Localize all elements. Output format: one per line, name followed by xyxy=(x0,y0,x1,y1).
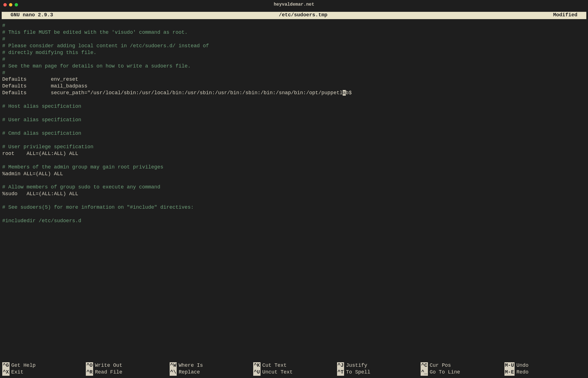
shortcut-label: Redo xyxy=(516,369,528,376)
editor-line: # This file MUST be edited with the 'vis… xyxy=(2,29,586,36)
nano-status: Modified xyxy=(553,12,583,19)
minimize-window-button[interactable] xyxy=(9,3,12,6)
editor-line: # User alias specification xyxy=(2,117,586,123)
editor-line xyxy=(2,96,586,103)
editor-line: #includedir /etc/sudoers.d xyxy=(2,218,586,224)
shortcut-item[interactable]: M-ERedo xyxy=(504,369,586,376)
shortcut-label: Read File xyxy=(95,369,122,376)
terminal-window: heyvaldemar.net GNU nano 2.9.3 /etc/sudo… xyxy=(0,0,588,378)
editor-line: # xyxy=(2,56,586,63)
shortcut-key: ^U xyxy=(253,369,261,376)
shortcut-label: Exit xyxy=(11,369,23,376)
shortcut-key: ^_ xyxy=(421,369,428,376)
shortcut-key: ^T xyxy=(337,369,344,376)
editor-line: # xyxy=(2,36,586,43)
editor-line: # See sudoers(5) for more information on… xyxy=(2,204,586,211)
editor-line: root ALL=(ALL:ALL) ALL xyxy=(2,150,586,157)
window-title: heyvaldemar.net xyxy=(0,2,588,8)
shortcut-label: Get Help xyxy=(11,362,35,369)
editor-line xyxy=(2,137,586,144)
shortcut-key: M-U xyxy=(504,362,515,369)
shortcut-key: ^X xyxy=(2,369,10,376)
shortcut-item[interactable]: ^UUncut Text xyxy=(253,369,335,376)
shortcut-key: ^J xyxy=(337,362,344,369)
editor-line: # Members of the admin group may gain ro… xyxy=(2,164,586,171)
editor-line: Defaults secure_path="/usr/local/sbin:/u… xyxy=(2,90,586,96)
shortcut-key: ^W xyxy=(170,362,177,369)
zoom-window-button[interactable] xyxy=(15,3,18,6)
editor-content[interactable]: ## This file MUST be edited with the 'vi… xyxy=(0,19,588,362)
shortcut-label: Justify xyxy=(346,362,367,369)
shortcut-label: Uncut Text xyxy=(262,369,293,376)
shortcut-label: To Spell xyxy=(346,369,370,376)
shortcut-item[interactable]: ^_Go To Line xyxy=(421,369,502,376)
editor-line: # User privilege specification xyxy=(2,144,586,150)
close-window-button[interactable] xyxy=(3,3,7,6)
editor-line: %admin ALL=(ALL) ALL xyxy=(2,171,586,177)
nano-header: GNU nano 2.9.3 /etc/sudoers.tmp Modified xyxy=(2,12,586,19)
shortcut-key: ^R xyxy=(86,369,93,376)
editor-line: # Allow members of group sudo to execute… xyxy=(2,184,586,191)
shortcut-item[interactable]: ^KCut Text xyxy=(253,362,335,369)
editor-line: # Please consider adding local content i… xyxy=(2,43,586,50)
editor-line: %sudo ALL=(ALL:ALL) ALL xyxy=(2,191,586,197)
shortcut-key: ^C xyxy=(421,362,428,369)
shortcut-item[interactable]: ^JJustify xyxy=(337,362,418,369)
shortcut-item[interactable]: ^TTo Spell xyxy=(337,369,418,376)
editor-line: Defaults mail_badpass xyxy=(2,83,586,90)
shortcut-label: Where Is xyxy=(179,362,203,369)
shortcut-key: ^O xyxy=(86,362,93,369)
shortcut-item[interactable]: ^WWhere Is xyxy=(170,362,251,369)
editor-line: # xyxy=(2,22,586,29)
shortcut-bar: ^GGet Help^OWrite Out^WWhere Is^KCut Tex… xyxy=(0,362,588,378)
shortcut-item[interactable]: ^\Replace xyxy=(170,369,251,376)
text-cursor: a xyxy=(343,90,346,96)
shortcut-label: Undo xyxy=(516,362,528,369)
window-controls xyxy=(3,3,18,6)
editor-line: # xyxy=(2,70,586,76)
editor-line xyxy=(2,110,586,117)
editor-line xyxy=(2,211,586,218)
editor-line: # Cmnd alias specification xyxy=(2,130,586,137)
nano-filename: /etc/sudoers.tmp xyxy=(53,12,553,19)
nano-version: GNU nano 2.9.3 xyxy=(5,12,53,19)
shortcut-key: M-E xyxy=(504,369,515,376)
editor-line xyxy=(2,177,586,184)
shortcut-item[interactable]: ^XExit xyxy=(2,369,84,376)
editor-line xyxy=(2,157,586,164)
shortcut-item[interactable]: ^GGet Help xyxy=(2,362,84,369)
shortcut-key: ^K xyxy=(253,362,261,369)
editor-line xyxy=(2,123,586,130)
shortcut-label: Go To Line xyxy=(430,369,460,376)
editor-line xyxy=(2,197,586,204)
shortcut-key: ^\ xyxy=(170,369,177,376)
shortcut-label: Cut Text xyxy=(262,362,286,369)
editor-line: Defaults env_reset xyxy=(2,76,586,83)
shortcut-item[interactable]: ^RRead File xyxy=(86,369,167,376)
shortcut-item[interactable]: ^CCur Pos xyxy=(421,362,502,369)
shortcut-label: Replace xyxy=(179,369,200,376)
shortcut-item[interactable]: M-UUndo xyxy=(504,362,586,369)
editor-line: # See the man page for details on how to… xyxy=(2,63,586,70)
shortcut-label: Cur Pos xyxy=(430,362,451,369)
editor-line: # Host alias specification xyxy=(2,103,586,110)
shortcut-item[interactable]: ^OWrite Out xyxy=(86,362,167,369)
titlebar: heyvaldemar.net xyxy=(0,0,588,10)
shortcut-key: ^G xyxy=(2,362,10,369)
shortcut-label: Write Out xyxy=(95,362,122,369)
editor-line: # directly modifying this file. xyxy=(2,50,586,56)
